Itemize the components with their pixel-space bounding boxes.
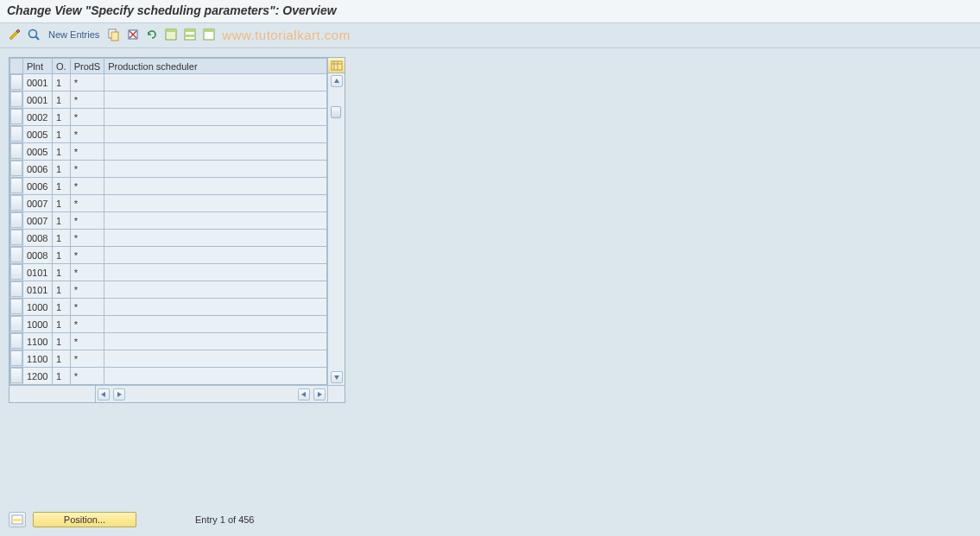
cell-prods[interactable]: *: [70, 299, 104, 316]
cell-scheduler[interactable]: [104, 299, 327, 316]
col-scheduler[interactable]: Production scheduler: [104, 59, 327, 74]
row-selector[interactable]: [10, 333, 23, 350]
cell-order-type[interactable]: 1: [53, 91, 71, 109]
row-selector[interactable]: [10, 247, 23, 264]
row-selector[interactable]: [10, 264, 23, 281]
cell-prods[interactable]: *: [70, 247, 104, 264]
cell-plant[interactable]: 0101: [23, 281, 53, 299]
table-row[interactable]: 11001*: [10, 350, 327, 368]
cell-prods[interactable]: *: [70, 350, 104, 368]
table-row[interactable]: 00021*: [10, 109, 327, 126]
cell-prods[interactable]: *: [70, 126, 104, 143]
table-row[interactable]: 00051*: [10, 143, 327, 161]
row-selector[interactable]: [10, 299, 23, 316]
cell-scheduler[interactable]: [104, 143, 327, 161]
cell-order-type[interactable]: 1: [53, 264, 71, 281]
cell-plant[interactable]: 1100: [23, 333, 53, 350]
col-prods[interactable]: ProdS: [70, 59, 104, 74]
cell-order-type[interactable]: 1: [53, 195, 71, 212]
row-selector[interactable]: [10, 178, 23, 195]
cell-prods[interactable]: *: [70, 195, 104, 212]
cell-scheduler[interactable]: [104, 91, 327, 109]
cell-plant[interactable]: 1000: [23, 316, 53, 333]
cell-plant[interactable]: 1100: [23, 350, 53, 368]
cell-order-type[interactable]: 1: [53, 333, 71, 350]
row-selector[interactable]: [10, 126, 23, 143]
cell-scheduler[interactable]: [104, 281, 327, 299]
cell-prods[interactable]: *: [70, 333, 104, 350]
row-selector[interactable]: [10, 368, 23, 385]
cell-plant[interactable]: 0007: [23, 195, 53, 212]
table-row[interactable]: 00071*: [10, 195, 327, 212]
cell-order-type[interactable]: 1: [53, 143, 71, 161]
configure-columns-icon[interactable]: [328, 58, 345, 73]
horizontal-scrollbar[interactable]: [9, 385, 345, 402]
table-row[interactable]: 01011*: [10, 281, 327, 299]
cell-order-type[interactable]: 1: [53, 368, 71, 385]
row-selector[interactable]: [10, 109, 23, 126]
vscroll-thumb[interactable]: [331, 106, 341, 118]
select-all-icon[interactable]: [163, 27, 179, 42]
cell-plant[interactable]: 0001: [23, 74, 53, 91]
position-button[interactable]: Position...: [33, 512, 136, 527]
delete-icon[interactable]: [125, 27, 141, 42]
scroll-right-icon[interactable]: [113, 388, 125, 400]
cell-order-type[interactable]: 1: [53, 230, 71, 247]
cell-prods[interactable]: *: [70, 109, 104, 126]
table-row[interactable]: 10001*: [10, 316, 327, 333]
cell-scheduler[interactable]: [104, 368, 327, 385]
row-selector[interactable]: [10, 316, 23, 333]
cell-plant[interactable]: 0008: [23, 247, 53, 264]
cell-plant[interactable]: 1200: [23, 368, 53, 385]
row-selector[interactable]: [10, 212, 23, 230]
cell-plant[interactable]: 0005: [23, 143, 53, 161]
cell-prods[interactable]: *: [70, 264, 104, 281]
table-row[interactable]: 00051*: [10, 126, 327, 143]
table-row[interactable]: 00011*: [10, 74, 327, 91]
cell-prods[interactable]: *: [70, 316, 104, 333]
cell-plant[interactable]: 0007: [23, 212, 53, 230]
cell-scheduler[interactable]: [104, 126, 327, 143]
cell-prods[interactable]: *: [70, 161, 104, 178]
scheduling-table[interactable]: Plnt O. ProdS Production scheduler 00011…: [9, 58, 327, 385]
cell-plant[interactable]: 0005: [23, 126, 53, 143]
row-selector[interactable]: [10, 230, 23, 247]
table-row[interactable]: 11001*: [10, 333, 327, 350]
cell-prods[interactable]: *: [70, 91, 104, 109]
col-order-type[interactable]: O.: [53, 59, 71, 74]
cell-order-type[interactable]: 1: [53, 178, 71, 195]
cell-scheduler[interactable]: [104, 178, 327, 195]
toggle-change-icon[interactable]: [7, 27, 22, 42]
table-row[interactable]: 12001*: [10, 368, 327, 385]
deselect-all-icon[interactable]: [201, 27, 217, 42]
cell-order-type[interactable]: 1: [53, 281, 71, 299]
cell-scheduler[interactable]: [104, 230, 327, 247]
col-plant[interactable]: Plnt: [23, 59, 53, 74]
table-row[interactable]: 00011*: [10, 91, 327, 109]
table-row[interactable]: 10001*: [10, 299, 327, 316]
cell-scheduler[interactable]: [104, 333, 327, 350]
cell-order-type[interactable]: 1: [53, 126, 71, 143]
cell-order-type[interactable]: 1: [53, 74, 71, 91]
scroll-left-icon[interactable]: [98, 388, 110, 400]
vertical-scrollbar[interactable]: [327, 58, 345, 385]
cell-plant[interactable]: 0006: [23, 178, 53, 195]
cell-prods[interactable]: *: [70, 178, 104, 195]
cell-prods[interactable]: *: [70, 212, 104, 230]
cell-scheduler[interactable]: [104, 247, 327, 264]
row-selector[interactable]: [10, 74, 23, 91]
cell-scheduler[interactable]: [104, 74, 327, 91]
row-selector[interactable]: [10, 161, 23, 178]
cell-prods[interactable]: *: [70, 368, 104, 385]
table-row[interactable]: 00061*: [10, 161, 327, 178]
cell-order-type[interactable]: 1: [53, 109, 71, 126]
row-selector[interactable]: [10, 91, 23, 109]
select-block-icon[interactable]: [182, 27, 198, 42]
copy-as-icon[interactable]: [106, 27, 122, 42]
scroll-up-icon[interactable]: [331, 75, 343, 87]
row-selector[interactable]: [10, 143, 23, 161]
cell-scheduler[interactable]: [104, 195, 327, 212]
undo-change-icon[interactable]: [144, 27, 160, 42]
table-row[interactable]: 00081*: [10, 247, 327, 264]
cell-prods[interactable]: *: [70, 230, 104, 247]
